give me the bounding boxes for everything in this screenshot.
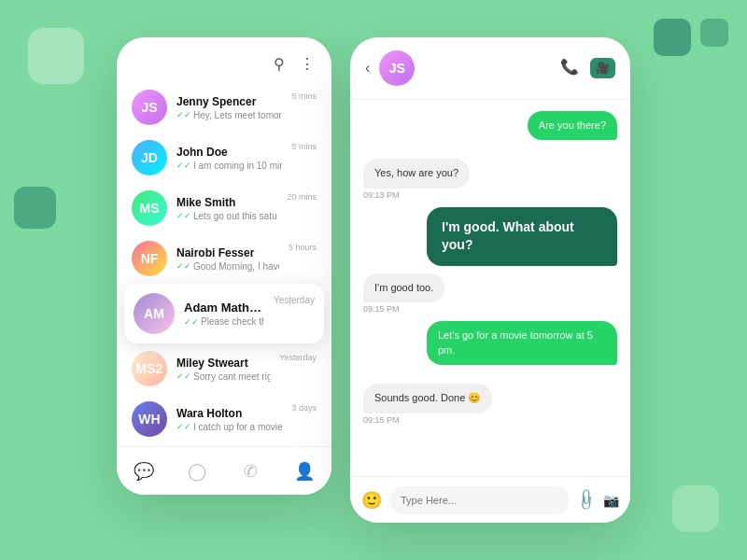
header-action-icons: 📞 🎥: [560, 58, 615, 78]
bg-decoration-tl: [28, 28, 84, 84]
avatar-miley: MS2: [132, 351, 167, 386]
phone-conversation: ‹ JS 📞 🎥 Are you there? 09:13 PM ✓✓ Yes,…: [350, 37, 630, 523]
message-bubble-3: I'm good. What about you?: [427, 207, 617, 266]
more-options-icon[interactable]: ⋮: [298, 54, 317, 73]
message-bubble-5: Let's go for a movie tomorrow at 5 pm.: [427, 321, 617, 365]
chat-preview-nairobi: ✓✓ Good Morning, I have an ...: [176, 261, 279, 272]
chat-info-adam: Adam Mathew ✓✓ Please check the file ...: [184, 301, 264, 327]
avatar-nairobi: NF: [132, 241, 167, 276]
message-input-bar: 🙂 📎 📷: [350, 476, 630, 523]
tick-icon: ✓✓: [176, 422, 191, 431]
message-time-5: 09:15 PM ✓✓: [564, 367, 617, 376]
avatar-mike: MS: [132, 190, 167, 226]
chat-info-miley: Miley Stweart ✓✓ Sorry cant meet right n…: [176, 357, 270, 382]
chat-preview-adam: ✓✓ Please check the file ...: [184, 316, 264, 327]
chat-time-jenny: 5 mins: [291, 91, 317, 101]
contact-name-john: John Doe: [176, 146, 282, 159]
bg-decoration-tr2: [700, 19, 728, 47]
contact-name-mike: Mike Smith: [176, 196, 277, 209]
chat-info-jenny: Jenny Spencer ✓✓ Hey, Lets meet tomorrow…: [176, 95, 282, 120]
contact-avatar: JS: [379, 50, 415, 86]
conversation-header: ‹ JS 📞 🎥: [350, 37, 630, 100]
video-call-icon[interactable]: 🎥: [590, 58, 615, 78]
chat-info-mike: Mike Smith ✓✓ Lets go out this saturday.…: [176, 196, 277, 221]
message-group-6: Sounds good. Done 😊 09:15 PM: [363, 384, 617, 424]
message-time-1: 09:13 PM ✓✓: [564, 142, 617, 151]
tick-icon: ✓✓: [184, 317, 199, 327]
chat-preview-mike: ✓✓ Lets go out this saturday...: [176, 211, 277, 221]
bg-decoration-tr: [654, 19, 691, 56]
message-group-2: Yes, how are you? 09:13 PM: [363, 159, 617, 199]
chat-list-item-jenny[interactable]: JS Jenny Spencer ✓✓ Hey, Lets meet tomor…: [117, 82, 331, 133]
chat-list-item-nairobi[interactable]: NF Nairobi Fesser ✓✓ Good Morning, I hav…: [117, 233, 331, 284]
chat-info-nairobi: Nairobi Fesser ✓✓ Good Morning, I have a…: [176, 246, 279, 272]
message-group-4: I'm good too. 09:15 PM: [363, 273, 617, 314]
tick-icon: ✓✓: [176, 161, 191, 170]
contact-name-nairobi: Nairobi Fesser: [176, 246, 279, 259]
camera-icon[interactable]: 📷: [603, 493, 619, 508]
chat-time-john: 5 mins: [291, 142, 317, 151]
phone-call-icon[interactable]: 📞: [560, 58, 579, 78]
tick-icon: ✓✓: [176, 110, 191, 119]
avatar-wara: WH: [132, 401, 167, 437]
message-tick: ✓✓: [602, 367, 617, 376]
chat-list: JS Jenny Spencer ✓✓ Hey, Lets meet tomor…: [117, 82, 331, 444]
contact-name-miley: Miley Stweart: [176, 357, 270, 370]
back-button[interactable]: ‹: [365, 60, 370, 77]
chat-list-item-miley[interactable]: MS2 Miley Stweart ✓✓ Sorry cant meet rig…: [117, 343, 331, 394]
chat-list-item-wara[interactable]: WH Wara Holton ✓✓ I catch up for a movie…: [117, 394, 331, 444]
chat-list-item-adam[interactable]: AM Adam Mathew ✓✓ Please check the file …: [124, 284, 324, 343]
chat-preview-jenny: ✓✓ Hey, Lets meet tomorrow...: [176, 110, 282, 120]
phone-chat-list: ⚲ ⋮ JS Jenny Spencer ✓✓ Hey, Lets meet t…: [117, 37, 331, 495]
chat-preview-wara: ✓✓ I catch up for a movie this ...: [176, 422, 282, 432]
contact-name-jenny: Jenny Spencer: [176, 95, 282, 108]
tick-icon: ✓✓: [176, 211, 191, 220]
emoji-icon[interactable]: 🙂: [361, 490, 382, 511]
chat-time-adam: Yesterday: [274, 295, 315, 305]
chat-list-item-mike[interactable]: MS Mike Smith ✓✓ Lets go out this saturd…: [117, 183, 331, 233]
calls-nav-icon[interactable]: ✆: [241, 461, 261, 482]
message-group-1: Are you there? 09:13 PM ✓✓: [363, 111, 617, 151]
message-input[interactable]: [389, 486, 570, 514]
tick-icon: ✓✓: [176, 371, 191, 381]
attach-icon[interactable]: 📎: [573, 487, 599, 513]
avatar-adam: AM: [134, 293, 175, 334]
tick-icon: ✓✓: [176, 261, 191, 271]
chat-time-nairobi: 5 hours: [289, 243, 317, 252]
message-tick: ✓✓: [602, 142, 617, 151]
chat-list-header: ⚲ ⋮: [117, 37, 331, 82]
chat-info-wara: Wara Holton ✓✓ I catch up for a movie th…: [176, 407, 282, 432]
contact-name-adam: Adam Mathew: [184, 301, 264, 315]
bottom-navigation: 💬 ◯ ✆ 👤: [117, 446, 331, 495]
message-group-5: Let's go for a movie tomorrow at 5 pm. 0…: [363, 321, 617, 376]
message-bubble-4: I'm good too.: [363, 273, 444, 302]
avatar-jenny: JS: [132, 90, 167, 125]
chat-preview-miley: ✓✓ Sorry cant meet right now...: [176, 371, 270, 382]
messages-area: Are you there? 09:13 PM ✓✓ Yes, how are …: [350, 100, 630, 473]
app-container: ⚲ ⋮ JS Jenny Spencer ✓✓ Hey, Lets meet t…: [117, 37, 630, 523]
chat-list-item-john[interactable]: JD John Doe ✓✓ I am coming in 10 mins...…: [117, 133, 331, 183]
search-icon[interactable]: ⚲: [270, 54, 289, 73]
bg-decoration-ml: [14, 187, 56, 229]
contacts-nav-icon[interactable]: 👤: [294, 461, 315, 482]
chat-time-wara: 3 days: [291, 403, 317, 413]
chat-time-mike: 20 mins: [287, 192, 317, 202]
chat-nav-icon[interactable]: 💬: [134, 461, 154, 482]
message-group-3: I'm good. What about you?: [363, 207, 617, 266]
avatar-john: JD: [132, 140, 167, 175]
contact-name-wara: Wara Holton: [176, 407, 282, 420]
message-bubble-6: Sounds good. Done 😊: [363, 384, 492, 413]
message-bubble-2: Yes, how are you?: [363, 159, 470, 188]
message-time-2: 09:13 PM: [363, 190, 400, 200]
message-time-6: 09:15 PM: [363, 415, 400, 425]
chat-time-miley: Yesterday: [279, 353, 317, 362]
message-bubble-1: Are you there?: [528, 111, 617, 140]
chat-info-john: John Doe ✓✓ I am coming in 10 mins...: [176, 146, 282, 171]
message-time-4: 09:15 PM: [363, 304, 400, 314]
status-nav-icon[interactable]: ◯: [187, 461, 207, 482]
chat-preview-john: ✓✓ I am coming in 10 mins...: [176, 161, 282, 171]
bg-decoration-br: [672, 485, 719, 532]
header-icons: ⚲ ⋮: [270, 54, 317, 73]
